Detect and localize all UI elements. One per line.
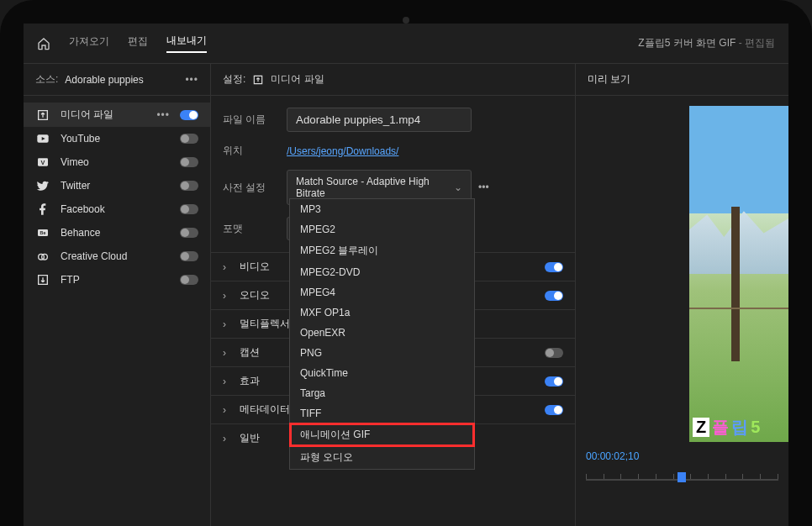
twitter-icon	[35, 179, 50, 192]
section-toggle[interactable]	[545, 348, 563, 358]
sidebar-item-toggle[interactable]	[180, 251, 198, 261]
export-icon	[35, 108, 50, 122]
settings-panel: 설정: 미디어 파일 파일 이름 위치 /Users/jeong/Downloa…	[211, 64, 576, 526]
sidebar-item-미디어-파일[interactable]: 미디어 파일•••	[24, 103, 210, 127]
sidebar-item-label: Creative Cloud	[61, 250, 170, 262]
format-option[interactable]: MPEG2	[290, 219, 474, 239]
chevron-right-icon: ›	[223, 433, 231, 444]
sidebar-item-label: Behance	[61, 227, 170, 239]
preview-timeline[interactable]	[576, 471, 788, 489]
sidebar-item-ftp[interactable]: FTP	[24, 268, 210, 292]
sidebar-item-behance[interactable]: BeBehance	[24, 221, 210, 245]
sidebar-item-toggle[interactable]	[180, 134, 198, 144]
tab-내보내기[interactable]: 내보내기	[166, 34, 207, 53]
section-toggle[interactable]	[545, 262, 563, 272]
preview-title: 미리 보기	[576, 64, 788, 96]
format-option[interactable]: MP3	[290, 199, 474, 219]
export-icon	[252, 74, 264, 86]
preset-label: 사전 설정	[223, 181, 273, 195]
sidebar-item-toggle[interactable]	[180, 110, 198, 120]
sidebar-item-youtube[interactable]: YouTube	[24, 127, 210, 150]
section-toggle[interactable]	[545, 291, 563, 301]
timeline-handle[interactable]	[678, 472, 686, 482]
top-nav: 가져오기편집내보내기 Z플립5 커버 화면 GIF - 편집됨	[24, 24, 788, 64]
format-option[interactable]: OpenEXR	[290, 323, 474, 343]
chevron-right-icon: ›	[223, 347, 231, 359]
sidebar-item-label: Facebook	[61, 203, 170, 215]
preview-canvas: Z플립5	[689, 106, 788, 442]
app-window: 가져오기편집내보내기 Z플립5 커버 화면 GIF - 편집됨 소스: Ador…	[24, 24, 788, 526]
facebook-icon	[35, 203, 50, 216]
format-option[interactable]: MPEG4	[290, 282, 474, 302]
format-dropdown[interactable]: MP3MPEG2MPEG2 블루레이MPEG2-DVDMPEG4MXF OP1a…	[289, 198, 475, 470]
project-title: Z플립5 커버 화면 GIF - 편집됨	[638, 36, 775, 50]
format-option[interactable]: MPEG2 블루레이	[290, 239, 474, 262]
vimeo-icon: V	[35, 155, 50, 169]
sidebar-source-row: 소스: Adorable puppies •••	[24, 64, 210, 96]
tab-편집[interactable]: 편집	[128, 34, 148, 52]
format-option[interactable]: TIFF	[290, 403, 474, 423]
sidebar-item-twitter[interactable]: Twitter	[24, 174, 210, 197]
format-option[interactable]: 파형 오디오	[290, 446, 474, 469]
ftp-icon	[35, 273, 50, 287]
file-name-label: 파일 이름	[223, 113, 273, 127]
tab-가져오기[interactable]: 가져오기	[69, 34, 109, 52]
preview-panel: 미리 보기 Z플립5 00:00:02;10	[576, 64, 788, 526]
sidebar-item-label: Twitter	[61, 180, 170, 192]
format-option[interactable]: QuickTime	[290, 363, 474, 383]
section-toggle[interactable]	[545, 405, 563, 415]
behance-icon: Be	[35, 226, 50, 239]
section-toggle[interactable]	[545, 376, 563, 387]
location-label: 위치	[223, 144, 273, 158]
sidebar-item-toggle[interactable]	[180, 275, 198, 285]
preview-timecode: 00:00:02;10	[576, 450, 639, 462]
sidebar-item-creative-cloud[interactable]: Creative Cloud	[24, 245, 210, 268]
source-value: Adorable puppies	[65, 74, 178, 86]
format-option[interactable]: MPEG2-DVD	[290, 262, 474, 282]
location-link[interactable]: /Users/jeong/Downloads/	[287, 145, 398, 157]
sidebar-item-toggle[interactable]	[180, 157, 198, 167]
format-option[interactable]: MXF OP1a	[290, 302, 474, 323]
home-icon[interactable]	[37, 37, 50, 50]
settings-label: 설정:	[223, 72, 245, 87]
sidebar: 소스: Adorable puppies ••• 미디어 파일•••YouTub…	[24, 64, 211, 526]
chevron-down-icon: ⌄	[454, 181, 462, 193]
settings-sublabel: 미디어 파일	[271, 72, 324, 87]
sidebar-item-label: 미디어 파일	[61, 108, 146, 122]
chevron-right-icon: ›	[223, 290, 231, 302]
chevron-right-icon: ›	[223, 376, 231, 387]
chevron-right-icon: ›	[223, 318, 231, 330]
sidebar-item-vimeo[interactable]: VVimeo	[24, 150, 210, 174]
sidebar-item-facebook[interactable]: Facebook	[24, 197, 210, 221]
svg-text:Be: Be	[40, 230, 46, 235]
sidebar-item-toggle[interactable]	[180, 204, 198, 214]
youtube-icon	[35, 132, 50, 145]
sidebar-item-more-icon[interactable]: •••	[156, 109, 170, 121]
preview-overlay-logo: Z플립5	[693, 416, 785, 439]
laptop-camera-notch	[403, 17, 409, 24]
chevron-right-icon: ›	[223, 261, 231, 273]
chevron-right-icon: ›	[223, 404, 231, 416]
preset-more-icon[interactable]: •••	[478, 181, 489, 193]
format-option[interactable]: 애니메이션 GIF	[290, 423, 474, 446]
sidebar-item-label: YouTube	[61, 133, 170, 145]
sidebar-item-toggle[interactable]	[180, 228, 198, 238]
format-label: 포맷	[223, 222, 273, 236]
format-option[interactable]: PNG	[290, 343, 474, 363]
source-label: 소스:	[35, 72, 58, 87]
source-more-icon[interactable]: •••	[185, 74, 198, 86]
sidebar-item-label: Vimeo	[61, 156, 170, 168]
sidebar-item-toggle[interactable]	[180, 181, 198, 191]
sidebar-item-label: FTP	[61, 274, 170, 286]
creative-cloud-icon	[35, 250, 50, 263]
svg-text:V: V	[41, 159, 45, 166]
format-option[interactable]: Targa	[290, 383, 474, 403]
file-name-input[interactable]	[287, 108, 472, 132]
